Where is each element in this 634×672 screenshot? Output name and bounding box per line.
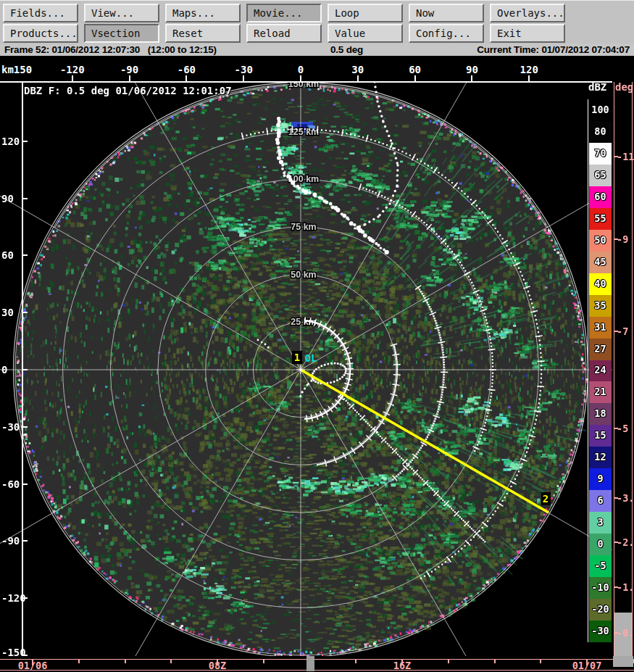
view-button[interactable]: View...: [84, 4, 159, 22]
left-tick: [22, 198, 28, 199]
top-tick-label: -30: [235, 64, 253, 75]
top-tick: [129, 75, 130, 82]
deg-tick-label[interactable]: -5: [617, 423, 628, 434]
time-tick: [494, 660, 496, 663]
colorscale-cell: 3: [589, 512, 612, 534]
left-tick: [22, 426, 28, 428]
colorscale-cell: 6: [589, 490, 612, 512]
colorscale-cell: 35: [589, 295, 612, 317]
colorscale-border: [588, 99, 588, 642]
deg-tick-label[interactable]: -2.5: [617, 536, 634, 548]
top-tick-label: -120: [60, 64, 85, 75]
time-tick: [170, 660, 172, 663]
products-button[interactable]: Products...: [3, 24, 78, 43]
colorscale-cell-label: 70: [589, 147, 612, 159]
colorscale-cell-label: -20: [589, 603, 612, 615]
left-tick-label: -60: [1, 478, 20, 490]
colorscale-cell-label: 50: [589, 234, 612, 246]
axis-corner-label: km150: [1, 64, 32, 75]
top-tick-label: 60: [409, 64, 421, 75]
colorscale-title: dBZ: [588, 81, 606, 93]
colorscale-cell-label: 3: [589, 516, 612, 528]
top-tick: [300, 75, 301, 82]
deg-axis-line-left: [614, 82, 614, 656]
config-button[interactable]: Config...: [409, 24, 484, 43]
maps-button[interactable]: Maps...: [165, 4, 241, 22]
exit-button[interactable]: Exit: [490, 24, 565, 43]
colorscale-cell: 70: [589, 143, 612, 165]
colorscale-cell: 12: [589, 447, 612, 468]
colorscale-cell: 24: [589, 360, 612, 382]
top-tick-label: -90: [120, 64, 138, 75]
time-tick: [263, 660, 264, 663]
colorscale-cell-label: 60: [589, 191, 612, 202]
colorscale-cell-label: 6: [589, 494, 612, 506]
left-tick-label: -120: [1, 592, 26, 604]
colorscale-cell-label: 55: [589, 212, 612, 224]
fields-button[interactable]: Fields...: [3, 4, 78, 22]
reset-button[interactable]: Reset: [165, 24, 241, 43]
deg-tick-label[interactable]: -0.5: [617, 627, 634, 639]
colorscale-cell: 21: [589, 381, 612, 403]
movie-button[interactable]: Movie...: [246, 4, 322, 22]
cidd-radar-window: Fields... View... Maps... Movie... Loop …: [0, 0, 634, 672]
deg-tick-label[interactable]: -3.5: [617, 492, 634, 504]
time-tick: [78, 660, 80, 663]
time-axis-bottom-line: [0, 670, 634, 671]
top-tick: [243, 75, 244, 82]
left-tick-label: 60: [1, 249, 14, 261]
colorscale-cell-label: -10: [589, 581, 612, 593]
top-tick: [357, 75, 359, 82]
colorscale-cell-label: -30: [589, 625, 612, 636]
top-tick: [528, 75, 530, 82]
left-tick: [22, 312, 28, 313]
colorscale-cell: 18: [589, 403, 612, 425]
colorscale-cell-label: 24: [589, 364, 612, 376]
loop-button[interactable]: Loop: [328, 4, 403, 22]
movie-time-thumb[interactable]: [306, 656, 314, 671]
deg-tick-label[interactable]: -7: [617, 325, 628, 337]
deg-tick-label[interactable]: -11: [617, 151, 634, 162]
left-tick: [22, 141, 28, 142]
colorscale-cell: 55: [589, 208, 612, 230]
time-tick: [448, 660, 449, 663]
time-tick: [125, 660, 126, 663]
vsection-button[interactable]: Vsection: [84, 24, 159, 43]
value-button[interactable]: Value: [328, 24, 403, 43]
elevation-label: 0.5 deg: [330, 44, 363, 56]
time-tick-label: 16Z: [393, 660, 411, 671]
colorscale-cell: 0: [589, 534, 612, 555]
colorscale-cell-label: 0: [589, 538, 612, 549]
colorscale-cell: 100: [589, 99, 612, 121]
overlays-button[interactable]: Overlays...: [490, 4, 565, 22]
top-tick: [471, 75, 472, 82]
top-tick-label: 30: [351, 64, 364, 75]
colorscale-cell: -30: [589, 621, 612, 642]
left-tick-label: -90: [1, 535, 20, 547]
deg-tick-label[interactable]: -9: [617, 233, 628, 245]
colorscale-cell: -5: [589, 555, 612, 577]
time-axis[interactable]: 01/0608Z16Z01/07: [0, 656, 634, 672]
colorscale-cell: 45: [589, 252, 612, 273]
colorscale-cell: 15: [589, 425, 612, 447]
now-button[interactable]: Now: [409, 4, 484, 22]
top-tick: [72, 75, 73, 82]
time-tick-label: 01/07: [572, 660, 602, 671]
radar-display[interactable]: [0, 82, 612, 656]
time-tick-label: 01/06: [18, 660, 48, 671]
deg-tick-label[interactable]: -1.5: [617, 581, 634, 593]
colorscale-cell: -20: [589, 599, 612, 621]
time-tick: [540, 660, 541, 663]
colorscale-cell-label: 27: [589, 343, 612, 354]
top-tick: [185, 75, 187, 82]
status-bar: Frame 52: 01/06/2012 12:07:30 (12:00 to …: [0, 43, 634, 56]
left-tick-label: 90: [1, 193, 14, 204]
deg-axis-line-right: [632, 82, 633, 656]
colorscale-cell-label: 15: [589, 429, 612, 441]
time-tick-label: 08Z: [209, 660, 226, 671]
reload-button[interactable]: Reload: [246, 24, 322, 43]
top-tick-label: 90: [466, 64, 478, 75]
colorscale-cell-label: 80: [589, 125, 612, 137]
left-tick: [22, 369, 28, 370]
colorscale-cell-label: 9: [589, 473, 612, 484]
